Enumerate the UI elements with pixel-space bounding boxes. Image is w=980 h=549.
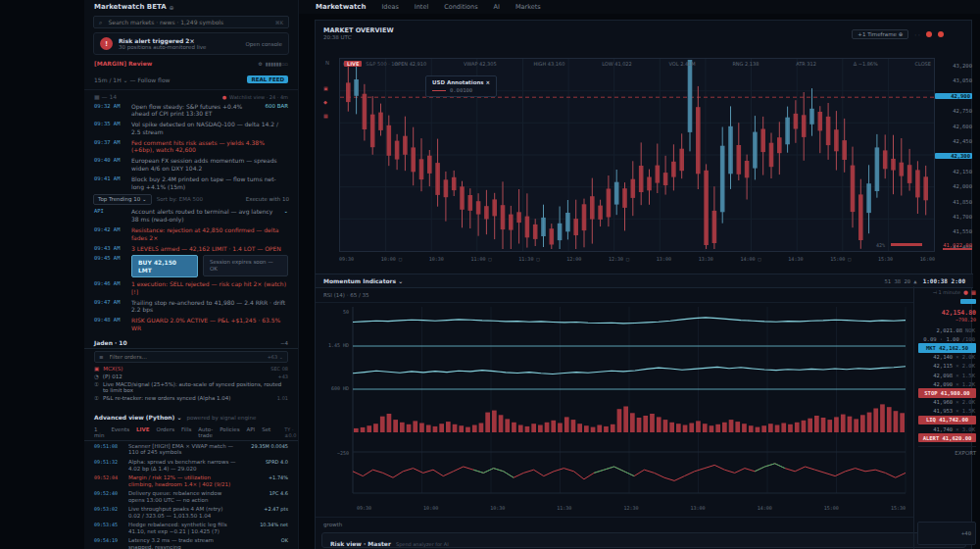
sort-label[interactable]: Sort by: EMA 500 [157,196,203,202]
book-level[interactable]: 42,140× 2.0K [918,353,976,362]
book-level[interactable]: 41,960× 2.0K [918,398,976,407]
nav-item[interactable]: Markets [515,3,541,11]
growth-label[interactable]: growth [323,522,342,527]
trending-filter-dropdown[interactable]: Top Trending 10 ⌄ [93,194,152,205]
feed-text: Account alerts routed to terminal — avg … [131,208,278,224]
table-row[interactable]: 09:52:04Margin / risk 12% — utilization … [84,474,298,489]
table-tab[interactable]: Policies [220,426,239,438]
chart-legend[interactable]: USD Annotations × 0.00100 [425,75,497,97]
feed-item[interactable]: 09:40 AMEuropean FX session adds momentu… [84,156,298,175]
book-level[interactable]: 2,021.08NOK [918,325,976,334]
search-input[interactable] [106,18,270,26]
rail-dot-icon[interactable]: ● [963,289,968,295]
risk-view-panel[interactable]: Risk view · Master Spend analyzer for AI… [321,532,966,548]
feed-item[interactable]: 09:48 AMRISK GUARD 2.0% ACTIVE — P&L +$1… [84,316,298,334]
price-tick: 41,550 [953,228,972,234]
rail-blue-chip[interactable] [960,299,976,304]
table-tab[interactable]: 1 min [94,426,104,438]
feed-item[interactable]: 09:46 AM1 execution: SELL rejected — ris… [84,279,298,298]
time-tick: 12:30 □ [609,256,629,262]
feed-item[interactable]: 09:37 AMFed comment hits risk assets — y… [84,137,298,156]
table-row[interactable]: 09:51:32Alpha: spread vs benchmark narro… [84,457,298,473]
buy-button[interactable]: BUY 42,150 LMT [131,255,198,277]
feed-item[interactable]: 09:42 AMResistance: rejection at 42,850 … [84,225,298,244]
rsi-label[interactable]: RSI (14) · 65 / 35 [323,292,369,298]
alert-dot-icon[interactable] [938,31,944,37]
table-tab[interactable]: Fills [181,426,191,438]
gear-icon[interactable]: ⚙ [258,61,262,67]
momentum-title[interactable]: Momentum Indicators ⌄ [323,277,403,284]
session-tooltip[interactable]: Session expires soon — OK [203,255,288,275]
orders-search-bar[interactable]: ≡ +63 ⌄ [94,351,288,363]
timeframe-box[interactable]: +1 Timeframe ⊕ [852,29,908,39]
feed-item[interactable]: 09:43 AM3 LEVELS armed — 42,162 LIMIT · … [84,243,298,254]
order-item[interactable]: ◔(P) 012+43 [84,373,298,380]
top-nav: Marketwatch IdeasIntelConditionsAIMarket… [299,0,980,14]
book-level[interactable]: 42,115× 2.0K [918,362,976,371]
indicator-charts[interactable] [318,305,912,503]
risk-alert-card[interactable]: ! Risk alert triggered 2× 30 positions a… [93,32,289,55]
rail-bottom-strip[interactable]: +40 [917,522,976,545]
marker-tag-icon[interactable]: ▣ [323,85,328,91]
time-tick: 10:00 □ [381,256,402,262]
orders-search-right[interactable]: +63 ⌄ [268,354,283,360]
indicator-time-tick: 13:00 [691,505,706,511]
record-dot-icon[interactable] [926,31,932,37]
book-level[interactable]: 41,953× 1.5K [918,407,976,416]
orders-filter-input[interactable] [108,353,264,361]
book-level[interactable]: 42,098× 1.5K [918,371,976,379]
book-level-highlighted[interactable]: LIQ 41,742.00 [918,416,976,424]
more-dots[interactable]: · · [914,31,920,38]
row-message: Alpha: spread vs benchmark narrows — 4.0… [128,459,236,473]
table-tab[interactable]: Auto-trade [198,426,213,438]
margin-label[interactable]: [MARGIN] Review [94,60,152,67]
table-tab[interactable]: Set [262,426,270,438]
table-tab[interactable]: API [247,426,256,438]
order-item[interactable]: ①Live MACD/signal (25+5%): auto-scale of… [84,380,298,394]
table-row[interactable]: 09:53:45Hedge rebalanced: synthetic leg … [84,521,298,536]
grid-icon[interactable]: ▦ — 14 [94,93,117,100]
timeframe-selector[interactable]: 15m / 1H ⌄ — Follow flow [94,76,170,83]
book-level[interactable]: 0.09 · 1.00/100 [918,334,976,343]
alert-action-link[interactable]: Open console [246,41,282,47]
row-time: 09:52:40 [94,490,123,496]
table-row[interactable]: 09:53:02Live throughput peaks 4 AM (retr… [84,505,298,521]
table-title[interactable]: Advanced view (Python) ⌄ [94,414,181,421]
table-row[interactable]: 09:54:19Latency 3.2 ms — trade stream sn… [84,536,298,549]
divider [84,89,298,90]
execute-link[interactable]: Execute with 10 [246,196,289,202]
nav-item[interactable]: AI [494,3,500,11]
feed-item[interactable]: APIAccount alerts routed to terminal — a… [84,207,298,225]
feed-item[interactable]: 09:47 AMTrailing stop re-anchored to 41,… [84,297,298,316]
table-row[interactable]: 09:51:08Scanner [HIGH] EMA × VWAP match … [84,441,298,457]
feed-item[interactable]: 09:35 AMVol spike detected on NASDAQ-100… [84,120,298,138]
feed-item[interactable]: 09:41 AMBlock buy 2.4M printed on tape —… [84,174,298,192]
price-tick: 43,050 [953,77,972,83]
live-chip: LIVE [344,61,362,67]
book-level[interactable]: 42,090× 1.2K [918,379,976,388]
rail-grid-icon[interactable]: ▦ [971,289,976,295]
book-level-highlighted[interactable]: STOP 41,980.00 [918,388,976,397]
row-value: +2.47 pts [241,506,288,512]
feed-item[interactable]: 09:32 AMOpen flow steady: S&P futures +0… [84,101,298,120]
nav-item[interactable]: Conditions [444,3,477,11]
table-tab[interactable]: LIVE [136,426,150,438]
table-row[interactable]: 09:52:40Delivery queue: rebalance window… [84,489,298,505]
orders-title: Jaden · 10 [94,339,127,346]
export-button[interactable]: EXPORT [955,450,976,456]
book-level-highlighted[interactable]: MKT 42,162.50 [918,343,976,352]
table-tab[interactable]: Events [111,426,129,438]
nav-item[interactable]: Ideas [381,3,398,11]
marker-diamond-icon[interactable]: ◆ [323,99,328,105]
nav-item[interactable]: Intel [415,3,428,11]
book-level-highlighted[interactable]: ALERT 41,620.00 [918,433,976,442]
order-item[interactable]: ①P&L re-tracker: new orders synced (Alph… [84,394,298,402]
order-item[interactable]: ▣MCX(S)SEC 08 [84,365,298,373]
book-level[interactable]: 41,740× 3.0K [918,424,976,433]
search-bar[interactable]: ⌕ ⌘K [93,16,289,28]
table-subtitle: powered by signal engine [187,415,257,421]
marker-grid-icon[interactable]: ▦ [323,113,328,119]
table-tab[interactable]: Orders [157,426,175,438]
feed-time: 09:35 AM [94,121,126,127]
measure-label[interactable]: ⊣ 1 minute [933,289,960,295]
